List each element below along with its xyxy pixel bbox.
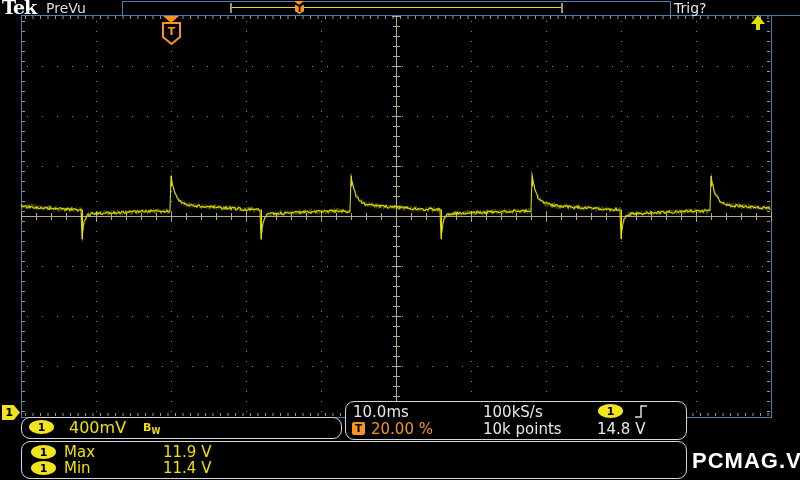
record-window-left-bracket — [230, 3, 232, 13]
channel-1-badge: 1 — [31, 461, 56, 475]
pcmag-watermark: PCMAG.VN — [692, 448, 800, 474]
acquisition-mode-label: PreVu — [46, 0, 86, 16]
channel-1-badge: 1 — [31, 445, 56, 459]
record-trigger-flag-icon: T — [295, 5, 304, 14]
channel-1-badge: 1 — [29, 420, 54, 434]
measurement-row-max: 1 Max 11.9 V — [22, 444, 686, 460]
svg-text:T: T — [168, 25, 176, 38]
record-window-line — [232, 7, 562, 8]
trigger-level-value: 14.8 V — [597, 422, 645, 437]
measurement-value: 11.4 V — [163, 461, 211, 476]
rising-edge-slope-icon — [633, 404, 649, 419]
record-view-bar: T — [122, 1, 671, 16]
channel-scale-value: 400mV — [69, 420, 126, 436]
trigger-source-channel-badge: 1 — [598, 404, 623, 418]
bw-sub-letter: W — [151, 427, 160, 436]
record-window-right-bracket — [561, 3, 563, 13]
trigger-level-up-arrow-icon — [750, 15, 767, 31]
trigger-position-flag-icon: T — [162, 22, 181, 45]
measurement-value: 11.9 V — [163, 445, 211, 460]
measurement-label: Min — [64, 461, 91, 476]
measurement-row-min: 1 Min 11.4 V — [22, 460, 686, 476]
trigger-status-label: Trig? — [674, 0, 706, 16]
time-per-div-value: 10.0ms — [353, 405, 409, 420]
oscilloscope-screen: Tek PreVu T Trig? T 1 1 400mV BW 10.0ms … — [0, 0, 800, 480]
record-trigger-position-icon — [294, 1, 304, 5]
tek-logo: Tek — [2, 0, 36, 18]
sample-rate-value: 100kS/s — [483, 405, 543, 420]
trigger-t-badge: T — [352, 422, 365, 435]
bandwidth-limit-icon: BW — [143, 421, 160, 436]
measurement-label: Max — [64, 445, 95, 460]
channel-1-readout[interactable]: 1 400mV BW — [21, 417, 342, 439]
measurements-readout[interactable]: 1 Max 11.9 V 1 Min 11.4 V — [21, 441, 687, 479]
horizontal-trigger-readout[interactable]: 10.0ms 100kS/s 1 T 20.00 % 10k points 14… — [345, 401, 687, 440]
record-length-value: 10k points — [483, 422, 562, 437]
trigger-position-value: 20.00 % — [371, 422, 433, 437]
